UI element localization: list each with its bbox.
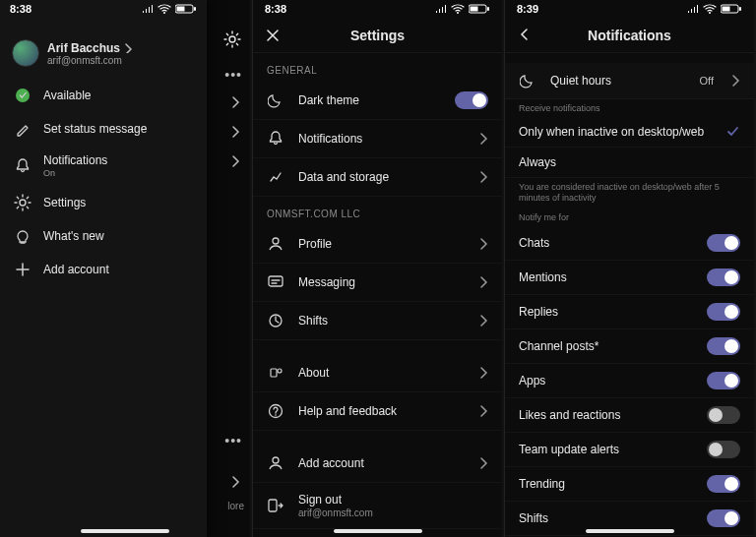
more-icon[interactable]: ••• <box>224 433 242 448</box>
row-label: Replies <box>519 305 693 319</box>
row-add-account[interactable]: Add account <box>253 445 502 483</box>
available-status-icon <box>16 89 30 102</box>
option-inactive[interactable]: Only when inactive on desktop/web <box>505 117 754 148</box>
home-indicator[interactable] <box>81 529 169 533</box>
row-mentions: Mentions <box>505 261 754 295</box>
chevron-right-icon <box>731 75 740 87</box>
signout-icon <box>267 497 284 514</box>
home-indicator[interactable] <box>586 529 674 533</box>
toggle-shifts[interactable] <box>707 509 740 527</box>
profile-name: Arif Bacchus <box>47 41 120 55</box>
signal-icon <box>435 5 447 14</box>
chevron-right-icon <box>124 43 132 53</box>
chevron-right-icon <box>479 276 488 288</box>
wifi-icon <box>451 4 465 14</box>
clock: 8:39 <box>517 3 538 15</box>
drawer-item-presence[interactable]: Available <box>0 79 207 112</box>
dark-theme-toggle[interactable] <box>455 91 488 109</box>
row-shifts[interactable]: Shifts <box>253 302 502 340</box>
signal-icon <box>687 5 699 14</box>
row-dark-theme[interactable]: Dark theme <box>253 82 502 120</box>
drawer-item-notifications[interactable]: Notifications On <box>0 146 207 186</box>
profile-header[interactable]: Arif Bacchus arif@onmsft.com <box>0 30 207 71</box>
section-org: ONMSFT.COM LLC <box>253 197 502 225</box>
row-label: Sign out <box>298 493 488 507</box>
screen-drawer: ••• ••• lore 8:38 Arif Bacchus arif@onms… <box>0 0 250 537</box>
section-notify-label: Notify me for <box>505 207 754 226</box>
chevron-right-icon <box>479 171 488 183</box>
row-label: Team update alerts <box>519 443 693 456</box>
option-always[interactable]: Always <box>505 148 754 178</box>
drawer-item-label: Notifications <box>43 153 107 167</box>
row-channel-posts: Channel posts* <box>505 329 754 364</box>
status-bar: 8:38 <box>253 0 502 18</box>
drawer-item-label: What's new <box>43 229 104 243</box>
row-profile[interactable]: Profile <box>253 225 502 264</box>
row-apps: Apps <box>505 364 754 398</box>
row-quiet-hours[interactable]: Quiet hours Off <box>505 63 754 99</box>
row-label: Add account <box>298 456 466 470</box>
drawer-item-add-account[interactable]: Add account <box>0 253 207 286</box>
row-trending: Trending <box>505 467 754 502</box>
page-title: Settings <box>290 28 465 43</box>
toggle-likes[interactable] <box>707 406 740 424</box>
edit-icon <box>14 120 32 138</box>
row-label: Messaging <box>298 275 466 289</box>
gear-icon[interactable] <box>222 30 242 49</box>
row-label: Help and feedback <box>298 404 466 418</box>
row-about[interactable]: About <box>253 354 502 392</box>
settings-header: Settings <box>253 18 502 53</box>
status-bar: 8:38 <box>0 0 207 18</box>
teams-icon <box>267 364 284 382</box>
shift-icon <box>267 312 284 329</box>
drawer-item-settings[interactable]: Settings <box>0 186 207 219</box>
option-label: Always <box>519 155 740 169</box>
moon-icon <box>267 91 284 109</box>
clock: 8:38 <box>10 3 32 15</box>
row-label: Trending <box>519 477 693 491</box>
toggle-replies[interactable] <box>707 303 740 321</box>
chevron-right-icon <box>479 133 488 145</box>
row-label: Chats <box>519 236 693 250</box>
notifications-header: Notifications <box>505 18 754 53</box>
chevron-right-icon <box>479 457 488 469</box>
message-icon <box>267 273 284 291</box>
drawer-item-status-message[interactable]: Set status message <box>0 112 207 146</box>
row-data-storage[interactable]: Data and storage <box>253 158 502 197</box>
chevron-right-icon <box>479 238 488 250</box>
home-indicator[interactable] <box>334 529 422 533</box>
row-label: Mentions <box>519 270 693 284</box>
chevron-right-icon <box>231 126 240 138</box>
quiet-hours-value: Off <box>700 75 714 87</box>
chevron-right-icon <box>479 405 488 417</box>
row-label: Notifications <box>298 132 466 146</box>
row-label: Apps <box>519 374 693 388</box>
drawer-item-whats-new[interactable]: What's new <box>0 219 207 253</box>
chevron-right-icon <box>231 476 240 488</box>
toggle-mentions[interactable] <box>707 268 740 286</box>
add-account-icon <box>267 454 284 472</box>
toggle-trending[interactable] <box>707 475 740 493</box>
drawer-item-label: Available <box>43 89 91 102</box>
row-label: Data and storage <box>298 170 466 184</box>
bulb-icon <box>14 227 32 245</box>
row-notifications[interactable]: Notifications <box>253 120 502 158</box>
back-button[interactable] <box>515 26 535 45</box>
toggle-apps[interactable] <box>707 372 740 389</box>
row-label: Dark theme <box>298 93 441 107</box>
row-label: Shifts <box>298 314 466 328</box>
screen-notifications: 8:39 Notifications Quiet hours Off Recei… <box>504 0 754 537</box>
more-icon[interactable]: ••• <box>224 67 242 83</box>
toggle-team-updates[interactable] <box>707 441 740 458</box>
wifi-icon <box>703 4 717 14</box>
page-title: Notifications <box>542 28 717 43</box>
close-button[interactable] <box>263 26 283 45</box>
toggle-channel-posts[interactable] <box>707 337 740 355</box>
bell-icon <box>14 157 32 175</box>
moon-icon <box>519 72 536 90</box>
row-messaging[interactable]: Messaging <box>253 264 502 302</box>
row-sign-out[interactable]: Sign out arif@onmsft.com <box>253 483 502 529</box>
row-help[interactable]: Help and feedback <box>253 392 502 431</box>
bell-icon <box>267 130 284 148</box>
toggle-chats[interactable] <box>707 234 740 252</box>
